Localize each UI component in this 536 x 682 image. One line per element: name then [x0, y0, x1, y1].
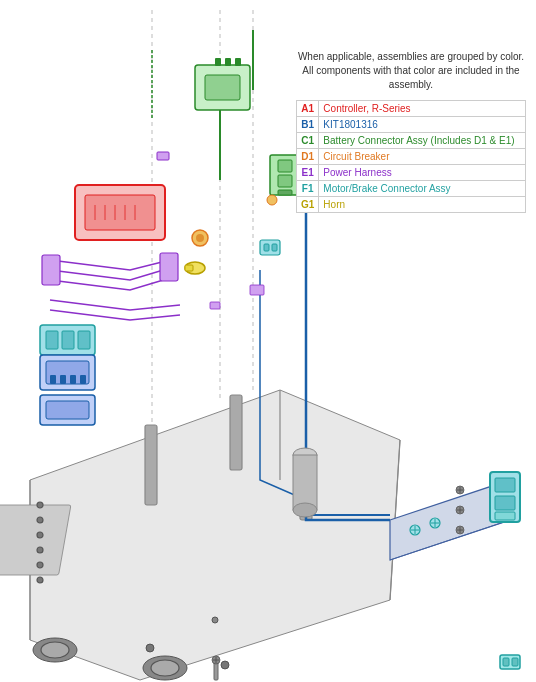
- svg-rect-62: [46, 401, 89, 419]
- svg-rect-52: [512, 658, 518, 666]
- legend-row-c1: C1 Battery Connector Assy (Includes D1 &…: [297, 133, 526, 149]
- svg-rect-51: [503, 658, 509, 666]
- svg-rect-44: [264, 244, 269, 251]
- svg-point-74: [146, 644, 154, 652]
- legend-key-d1: D1: [297, 149, 319, 165]
- svg-rect-54: [185, 265, 193, 271]
- kit-component: [40, 355, 95, 425]
- svg-rect-63: [157, 152, 169, 160]
- svg-point-85: [293, 503, 317, 517]
- svg-rect-57: [50, 375, 56, 384]
- svg-rect-22: [225, 58, 231, 66]
- svg-point-36: [196, 234, 204, 242]
- svg-rect-42: [78, 331, 90, 349]
- svg-rect-81: [250, 285, 264, 295]
- svg-rect-25: [85, 195, 155, 230]
- svg-rect-37: [42, 255, 60, 285]
- svg-point-13: [37, 562, 43, 568]
- svg-point-11: [37, 532, 43, 538]
- svg-rect-20: [205, 75, 240, 100]
- right-connector-teal: [490, 472, 520, 522]
- legend-label-a1: Controller, R-Series: [319, 101, 526, 117]
- svg-rect-47: [495, 478, 515, 492]
- svg-rect-21: [215, 58, 221, 66]
- controller-red: [75, 185, 165, 240]
- svg-rect-41: [62, 331, 74, 349]
- svg-point-10: [37, 517, 43, 523]
- svg-rect-1: [0, 505, 71, 575]
- svg-rect-60: [80, 375, 86, 384]
- legend-row-f1: F1 Motor/Brake Connector Assy: [297, 181, 526, 197]
- svg-point-64: [267, 195, 277, 205]
- page-container: When applicable, assemblies are grouped …: [0, 0, 536, 682]
- circuit-breaker: [192, 230, 208, 246]
- svg-point-6: [41, 642, 69, 658]
- legend-label-c1: Battery Connector Assy (Includes D1 & E1…: [319, 133, 526, 149]
- legend-row-g1: G1 Horn: [297, 197, 526, 213]
- svg-rect-48: [495, 496, 515, 510]
- svg-point-8: [151, 660, 179, 676]
- controller-component: [195, 58, 250, 110]
- svg-rect-49: [495, 512, 515, 520]
- legend-note: When applicable, assemblies are grouped …: [296, 50, 526, 92]
- svg-point-14: [37, 577, 43, 583]
- legend-key-a1: A1: [297, 101, 319, 117]
- legend-key-b1: B1: [297, 117, 319, 133]
- svg-point-76: [212, 617, 218, 623]
- legend-row-a1: A1 Controller, R-Series: [297, 101, 526, 117]
- svg-rect-23: [235, 58, 241, 66]
- svg-rect-45: [272, 244, 277, 251]
- legend-key-e1: E1: [297, 165, 319, 181]
- legend-key-f1: F1: [297, 181, 319, 197]
- legend-row-e1: E1 Power Harness: [297, 165, 526, 181]
- legend-label-d1: Circuit Breaker: [319, 149, 526, 165]
- legend-label-g1: Horn: [319, 197, 526, 213]
- svg-rect-40: [46, 331, 58, 349]
- legend-label-f1: Motor/Brake Connector Assy: [319, 181, 526, 197]
- legend-key-g1: G1: [297, 197, 319, 213]
- legend-label-b1: KIT1801316: [319, 117, 526, 133]
- svg-rect-32: [278, 160, 292, 172]
- svg-point-12: [37, 547, 43, 553]
- svg-rect-2: [145, 425, 157, 505]
- horn-component: [185, 262, 205, 274]
- legend-label-e1: Power Harness: [319, 165, 526, 181]
- small-teal-connector: [500, 655, 520, 669]
- legend-table: A1 Controller, R-Series B1 KIT1801316 C1…: [296, 100, 526, 213]
- legend-key-c1: C1: [297, 133, 319, 149]
- svg-rect-33: [278, 175, 292, 187]
- svg-rect-84: [293, 455, 317, 510]
- svg-rect-3: [230, 395, 242, 470]
- svg-point-75: [221, 661, 229, 669]
- svg-rect-82: [210, 302, 220, 309]
- svg-rect-38: [160, 253, 178, 281]
- legend-box: When applicable, assemblies are grouped …: [296, 50, 526, 213]
- svg-point-9: [37, 502, 43, 508]
- svg-rect-58: [60, 375, 66, 384]
- svg-rect-59: [70, 375, 76, 384]
- legend-row-b1: B1 KIT1801316: [297, 117, 526, 133]
- legend-row-d1: D1 Circuit Breaker: [297, 149, 526, 165]
- svg-rect-34: [278, 190, 292, 195]
